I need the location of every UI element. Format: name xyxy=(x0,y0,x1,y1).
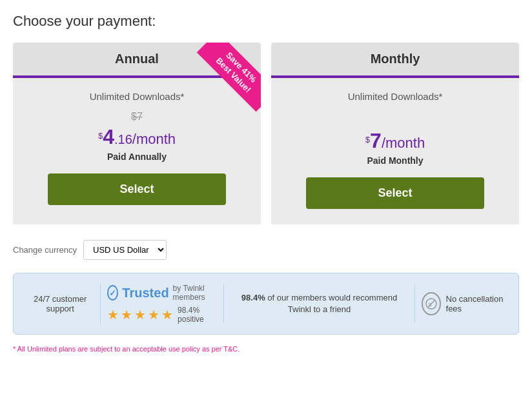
plan-card-monthly: Monthly Unlimited Downloads* $7/month Pa… xyxy=(271,43,519,224)
star-3: ★ xyxy=(134,307,146,322)
recommend-text: of our members would recommend Twinkl to… xyxy=(267,293,397,314)
ribbon-text: Save 41% Best Value! xyxy=(197,43,261,112)
select-button-annual[interactable]: Select xyxy=(48,173,225,205)
support-text: 24/7 customer support xyxy=(34,294,87,313)
no-cancel-text: No cancellation fees xyxy=(446,294,506,313)
trust-bar: 24/7 customer support ✓ Trusted by Twink… xyxy=(13,273,519,335)
divider-3 xyxy=(414,284,415,323)
support-item: 24/7 customer support xyxy=(26,294,94,313)
select-button-monthly[interactable]: Select xyxy=(306,177,484,209)
star-4: ★ xyxy=(148,307,159,322)
currency-select[interactable]: USD US Dollar xyxy=(83,240,167,260)
star-2: ★ xyxy=(121,307,132,322)
recommend-section: 98.4% of our members would recommend Twi… xyxy=(230,292,409,315)
currency-label: Change currency xyxy=(13,245,77,255)
page-title: Choose your payment: xyxy=(13,13,519,30)
star-half: ★ xyxy=(161,307,173,322)
no-cancel-icon: $ xyxy=(422,292,440,315)
feature-monthly: Unlimited Downloads* xyxy=(284,91,506,102)
trusted-badge-icon: ✓ xyxy=(107,285,118,301)
divider-1 xyxy=(100,284,101,323)
plan-name-monthly: Monthly xyxy=(271,43,519,78)
trusted-section: ✓ Trusted by Twinkl members ★ ★ ★ ★ ★ 98… xyxy=(107,284,217,324)
divider-2 xyxy=(223,284,224,323)
trusted-title: ✓ Trusted by Twinkl members xyxy=(107,284,217,302)
trusted-label: Trusted xyxy=(122,286,169,301)
no-cancel-svg: $ xyxy=(425,298,437,310)
billing-annual: Paid Annually xyxy=(26,152,248,162)
footnote: * All Unlimited plans are subject to an … xyxy=(13,345,519,353)
billing-monthly: Paid Monthly xyxy=(284,155,506,166)
plan-card-annual: Save 41% Best Value! Annual Unlimited Do… xyxy=(13,43,261,224)
stars-row: ★ ★ ★ ★ ★ 98.4% positive xyxy=(107,306,217,324)
positive-label: 98.4% positive xyxy=(178,306,217,324)
recommend-pct: 98.4% xyxy=(241,293,265,302)
plans-container: Save 41% Best Value! Annual Unlimited Do… xyxy=(13,43,519,224)
trusted-by: by Twinkl members xyxy=(173,284,217,302)
current-price-annual: $4.16/month xyxy=(26,125,248,149)
plan-body-monthly: Unlimited Downloads* $7/month Paid Month… xyxy=(271,78,519,224)
star-1: ★ xyxy=(107,307,119,322)
ribbon: Save 41% Best Value! xyxy=(190,43,261,114)
no-cancel-section: $ No cancellation fees xyxy=(422,292,506,315)
svg-text:$: $ xyxy=(429,302,432,308)
current-price-monthly: $7/month xyxy=(284,129,506,153)
currency-row: Change currency USD US Dollar xyxy=(13,240,519,260)
